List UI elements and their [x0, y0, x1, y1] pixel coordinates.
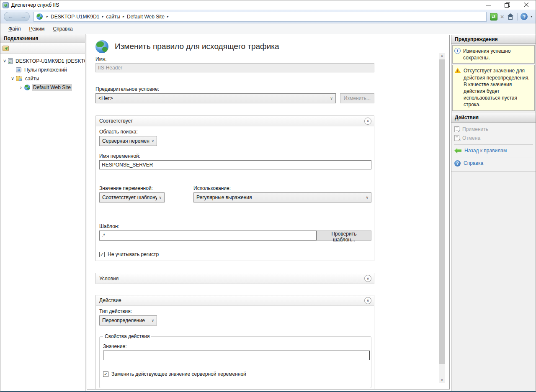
actions-list: ✓ Применить × Отмена Назад к правилам ? … — [451, 123, 536, 172]
alerts-header: Предупреждения — [451, 35, 536, 44]
actions-divider — [454, 144, 533, 145]
connections-header: Подключения — [0, 34, 85, 43]
feature-globe-icon — [95, 40, 108, 53]
menu-file[interactable]: Файл — [5, 25, 25, 33]
breadcrumb-site[interactable]: Default Web Site — [127, 14, 165, 20]
info-alert: i Изменения успешно сохранены. — [452, 45, 535, 64]
action-value-input[interactable] — [103, 351, 370, 360]
back-to-rules-action[interactable]: Назад к правилам — [451, 146, 536, 155]
breadcrumb-separator-icon: ▸ — [167, 15, 169, 18]
breadcrumb-sites[interactable]: сайты — [106, 14, 121, 20]
tree-label-app-pools[interactable]: Пулы приложений — [23, 67, 68, 73]
chevron-down-icon: ∨ — [330, 96, 333, 100]
tree-node-sites[interactable]: ∨ сайты — [0, 74, 85, 83]
server-icon — [8, 58, 13, 64]
replace-value-label: Заменить действующее значение серверной … — [111, 371, 246, 377]
actions-divider — [454, 157, 533, 157]
rule-name-input — [95, 63, 374, 72]
tree-node-app-pools[interactable]: Пулы приложений — [0, 65, 85, 74]
expander-open-icon[interactable]: ∨ — [10, 76, 15, 81]
scope-label: Область поиска: — [99, 129, 371, 135]
home-icon[interactable] — [507, 13, 514, 20]
edit-precondition-button: Изменить... — [340, 93, 374, 103]
cancel-label: Отмена — [462, 135, 480, 141]
menu-mode[interactable]: Режим — [26, 25, 49, 33]
scope-select[interactable]: Серверная переменн ∨ — [99, 136, 157, 146]
scroll-up-icon[interactable]: ∧ — [439, 53, 445, 59]
scrollbar-thumb[interactable] — [439, 59, 445, 364]
replace-value-row: ✓ Заменить действующее значение серверно… — [103, 371, 368, 377]
iis-app-icon — [3, 2, 9, 8]
conditions-section-header[interactable]: Условия ∨ — [96, 273, 374, 284]
expand-icon[interactable]: ∨ — [364, 275, 371, 282]
apply-label: Применить — [462, 126, 488, 132]
ignore-case-checkbox[interactable]: ✓ — [99, 252, 105, 257]
back-arrow-icon — [454, 148, 461, 154]
back-icon[interactable]: ← — [8, 14, 13, 19]
expander-closed-icon[interactable]: › — [18, 84, 24, 90]
title-bar: Диспетчер служб IIS — [0, 0, 536, 10]
collapse-icon[interactable]: ∧ — [364, 297, 371, 304]
toolbar-divider — [12, 45, 12, 52]
main-panel: Изменить правило для исходящего трафика … — [87, 35, 450, 389]
variable-name-input[interactable] — [99, 160, 371, 169]
action-section-title: Действие — [99, 297, 364, 303]
conditions-section-title: Условия — [99, 276, 364, 282]
action-section-header[interactable]: Действие ∧ — [96, 295, 374, 306]
tree-label-sites[interactable]: сайты — [24, 75, 41, 82]
address-bar[interactable]: ▸ DESKTOP-U1MK9D1 ▸ сайты ▸ Default Web … — [34, 12, 487, 22]
help-icon[interactable]: ? — [521, 13, 528, 20]
tree-label-server[interactable]: DESKTOP-U1MK9D1 (DESKTOP — [14, 58, 85, 64]
help-action[interactable]: ? Справка — [451, 159, 536, 168]
site-globe-icon — [24, 85, 30, 90]
using-select[interactable]: Регулярные выражения ∨ — [193, 192, 371, 202]
minimize-button[interactable] — [479, 0, 498, 10]
menu-help[interactable]: Справка — [49, 25, 77, 33]
replace-value-checkbox[interactable]: ✓ — [103, 372, 108, 377]
value-label: Значение: — [103, 343, 368, 349]
ignore-case-row: ✓ Не учитывать регистр — [99, 251, 371, 257]
tree-node-server[interactable]: ∨ DESKTOP-U1MK9D1 (DESKTOP — [0, 56, 85, 65]
help-dropdown-icon[interactable]: ▾ — [531, 15, 532, 18]
chevron-down-icon: ∨ — [151, 139, 154, 143]
match-section-title: Соответствует — [99, 118, 364, 124]
vertical-scrollbar[interactable]: ∧ ∨ — [439, 53, 445, 383]
precondition-select[interactable]: <Нет> ∨ — [95, 93, 336, 103]
nav-history-buttons: ← → — [4, 12, 30, 21]
variable-name-label: Имя переменной: — [99, 153, 371, 159]
back-to-rules-label[interactable]: Назад к правилам — [464, 148, 507, 154]
action-type-label: Тип действия: — [99, 308, 371, 314]
close-button[interactable] — [517, 0, 536, 10]
create-connection-icon[interactable] — [3, 46, 9, 51]
variable-value-value: Соответствует шаблону — [102, 195, 157, 200]
chevron-down-icon: ∨ — [159, 195, 162, 200]
app-pools-icon — [16, 67, 21, 72]
action-type-value: Переопределение — [102, 318, 149, 323]
cancel-action: × Отмена — [451, 134, 536, 143]
help-label[interactable]: Справка — [464, 160, 483, 166]
close-icon — [524, 3, 529, 8]
collapse-icon[interactable]: ∧ — [364, 118, 371, 125]
match-section-header[interactable]: Соответствует ∧ — [96, 116, 374, 126]
action-section: Действие ∧ Тип действия: Переопределение… — [95, 295, 374, 389]
restore-icon — [505, 3, 510, 8]
restore-button[interactable] — [498, 0, 517, 10]
scroll-down-icon[interactable]: ∨ — [439, 377, 445, 383]
variable-value-select[interactable]: Соответствует шаблону ∨ — [99, 192, 165, 202]
pattern-input[interactable] — [99, 231, 317, 241]
tree-node-default-web-site[interactable]: › Default Web Site — [0, 83, 85, 92]
refresh-icon[interactable]: ⇄ — [490, 13, 497, 20]
tree-label-default-web-site[interactable]: Default Web Site — [32, 84, 72, 91]
using-value: Регулярные выражения — [196, 195, 364, 200]
using-label: Использование: — [193, 185, 371, 191]
expander-open-icon[interactable]: ∨ — [2, 58, 8, 64]
action-type-select[interactable]: Переопределение ∨ — [99, 315, 157, 325]
breadcrumb-host[interactable]: DESKTOP-U1MK9D1 — [51, 14, 99, 20]
window-title: Диспетчер служб IIS — [11, 2, 59, 8]
forward-icon[interactable]: → — [21, 14, 26, 19]
alerts-list: i Изменения успешно сохранены. ! Отсутст… — [451, 44, 536, 113]
test-pattern-button[interactable]: Проверить шаблон... — [317, 231, 371, 241]
breadcrumb-separator-icon: ▸ — [46, 15, 48, 18]
navigation-bar: ← → ▸ DESKTOP-U1MK9D1 ▸ сайты ▸ Default … — [0, 10, 536, 23]
warning-alert-text: Отсутствует значение для действия переоп… — [464, 67, 533, 108]
